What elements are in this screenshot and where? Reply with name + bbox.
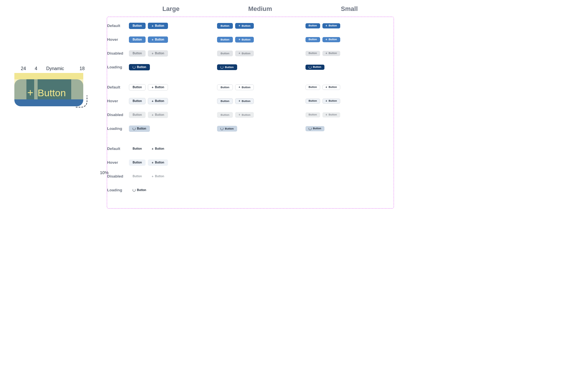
secondary-hover-sm[interactable]: Button — [305, 99, 320, 104]
anatomy-button-wrap: + Button — [14, 73, 83, 106]
secondary-disabled-md: Button — [217, 112, 233, 118]
secondary-disabled-lg: Button — [129, 112, 146, 118]
spinner-icon — [133, 66, 136, 69]
overlay-top-band — [14, 73, 83, 79]
primary-loading-sm[interactable]: Button — [305, 65, 324, 70]
secondary-hover-lg[interactable]: Button — [129, 98, 146, 104]
primary-default-sm-icon[interactable]: +Button — [322, 23, 340, 28]
primary-hover-lg-icon[interactable]: +Button — [148, 36, 168, 43]
tertiary-hover-lg[interactable]: Button — [129, 159, 146, 166]
secondary-disabled-md-icon: +Button — [235, 112, 254, 118]
measure-pad-left: 24 — [14, 66, 32, 71]
primary-hover-lg[interactable]: Button — [129, 36, 146, 43]
secondary-loading-lg[interactable]: Button — [129, 126, 150, 132]
variant-primary: Default Button +Button Button +Button Bu… — [107, 20, 394, 73]
secondary-hover-md[interactable]: Button — [217, 98, 233, 104]
state-default: Default — [107, 85, 129, 89]
state-loading: Loading — [107, 126, 129, 131]
spinner-icon — [133, 127, 136, 130]
primary-disabled-md-icon: +Button — [235, 51, 254, 56]
anatomy-button-label: Button — [38, 87, 66, 99]
col-medium: Medium — [216, 5, 305, 13]
anatomy-button: + Button — [14, 79, 83, 106]
primary-disabled-sm: Button — [305, 51, 320, 56]
state-loading: Loading — [107, 188, 129, 192]
spinner-icon — [309, 66, 312, 69]
spinner-icon — [220, 66, 223, 69]
spec-grid: Large Medium Small Default Button +Butto… — [107, 5, 394, 209]
state-disabled: Disabled — [107, 174, 129, 178]
variant-container: Default Button +Button Button +Button Bu… — [107, 17, 394, 209]
spinner-icon — [309, 127, 312, 130]
tertiary-default-lg[interactable]: Button — [129, 146, 146, 152]
tertiary-disabled-lg: Button — [129, 173, 146, 180]
secondary-hover-sm-icon[interactable]: +Button — [322, 99, 340, 104]
primary-default-lg[interactable]: Button — [129, 23, 146, 29]
secondary-disabled-lg-icon: +Button — [148, 112, 168, 118]
spinner-icon — [220, 127, 223, 130]
secondary-hover-lg-icon[interactable]: +Button — [148, 98, 168, 104]
state-disabled: Disabled — [107, 51, 129, 55]
secondary-disabled-sm: Button — [305, 112, 320, 117]
primary-disabled-lg: Button — [129, 50, 146, 57]
secondary-default-lg-icon[interactable]: +Button — [148, 84, 168, 90]
primary-default-sm[interactable]: Button — [305, 23, 320, 28]
primary-hover-sm-icon[interactable]: +Button — [322, 37, 340, 42]
measure-text: Dynamic — [40, 66, 71, 71]
primary-default-lg-icon[interactable]: +Button — [148, 23, 168, 29]
secondary-disabled-sm-icon: +Button — [322, 112, 340, 117]
state-hover: Hover — [107, 160, 129, 165]
primary-hover-md[interactable]: Button — [217, 37, 233, 43]
tertiary-default-lg-icon[interactable]: +Button — [148, 146, 168, 152]
tertiary-loading-lg[interactable]: Button — [129, 187, 150, 193]
col-small: Small — [305, 5, 394, 13]
state-loading: Loading — [107, 65, 129, 69]
secondary-default-md-icon[interactable]: +Button — [235, 84, 254, 90]
state-disabled: Disabled — [107, 113, 129, 117]
secondary-default-md[interactable]: Button — [217, 84, 233, 90]
primary-disabled-lg-icon: +Button — [148, 50, 168, 57]
variant-tertiary: Default Button +Button Hover Button +But… — [107, 143, 394, 196]
secondary-default-lg[interactable]: Button — [129, 84, 146, 90]
primary-hover-md-icon[interactable]: +Button — [235, 37, 254, 43]
secondary-default-sm[interactable]: Button — [305, 85, 320, 90]
spinner-icon — [133, 189, 136, 192]
primary-disabled-md: Button — [217, 51, 233, 56]
secondary-loading-md[interactable]: Button — [217, 126, 237, 132]
overlay-pad-left — [14, 79, 26, 99]
anatomy-panel: 24 4 Dynamic 18 + Button 10% — [14, 66, 100, 106]
secondary-loading-sm[interactable]: Button — [305, 126, 324, 131]
secondary-hover-md-icon[interactable]: +Button — [235, 98, 254, 104]
radius-indicator — [75, 95, 87, 107]
secondary-default-sm-icon[interactable]: +Button — [322, 85, 340, 90]
primary-disabled-sm-icon: +Button — [322, 51, 340, 56]
primary-loading-lg[interactable]: Button — [129, 64, 150, 70]
measure-gap: 4 — [32, 66, 40, 71]
primary-loading-md[interactable]: Button — [217, 64, 237, 70]
primary-default-md-icon[interactable]: +Button — [235, 23, 254, 29]
state-hover: Hover — [107, 99, 129, 103]
tertiary-hover-lg-icon[interactable]: +Button — [148, 159, 168, 166]
plus-icon: + — [26, 88, 34, 98]
state-default: Default — [107, 24, 129, 28]
variant-secondary: Default Button +Button Button +Button Bu… — [107, 81, 394, 134]
measure-pad-right: 18 — [76, 66, 88, 71]
primary-default-md[interactable]: Button — [217, 23, 233, 29]
state-default: Default — [107, 147, 129, 151]
state-hover: Hover — [107, 37, 129, 42]
col-large: Large — [126, 5, 216, 13]
tertiary-disabled-lg-icon: +Button — [148, 173, 168, 180]
primary-hover-sm[interactable]: Button — [305, 37, 320, 42]
overlay-gap — [34, 79, 38, 99]
size-header-row: Large Medium Small — [107, 5, 394, 13]
measurement-row: 24 4 Dynamic 18 — [14, 66, 100, 71]
